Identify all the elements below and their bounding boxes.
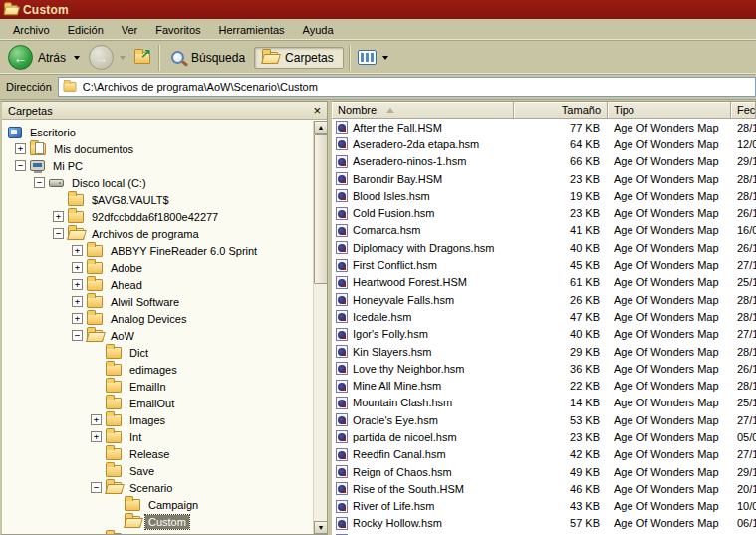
expand-plus-icon[interactable]: +	[15, 143, 26, 154]
tree-scrollbar[interactable]: ▲ ▼	[313, 121, 327, 534]
file-row-diplomacy-with-dragons-hsm[interactable]: Diplomacy with Dragons.hsm40 KBAge Of Wo…	[332, 239, 756, 256]
file-row-love-thy-neighbor-hsm[interactable]: Love thy Neighbor.hsm36 KBAge Of Wonders…	[332, 360, 756, 377]
file-date-cell: 10/0	[731, 500, 756, 512]
forward-button[interactable]: →	[86, 45, 131, 70]
file-row-kin-slayers-hsm[interactable]: Kin Slayers.hsm29 KBAge Of Wonders Map28…	[332, 343, 756, 360]
file-type-cell: Age Of Wonders Map	[608, 294, 731, 306]
forward-icon[interactable]: →	[89, 45, 114, 70]
tree-item-archivos-de-programa[interactable]: −Archivos de programa	[2, 225, 313, 242]
scroll-up-icon[interactable]: ▲	[314, 121, 328, 134]
collapse-minus-icon[interactable]: −	[91, 482, 102, 493]
tree-item-images[interactable]: +Images	[2, 411, 313, 428]
file-row-mountain-clash-hsm[interactable]: Mountain Clash.hsm14 KBAge Of Wonders Ma…	[332, 395, 756, 411]
views-button[interactable]	[355, 50, 394, 65]
tree-item-abbyy-finereader-6-0-sprint[interactable]: +ABBYY FineReader 6.0 Sprint	[2, 242, 313, 259]
file-row-icedale-hsm[interactable]: Icedale.hsm47 KBAge Of Wonders Map28/1	[332, 308, 756, 325]
tree-item-aow[interactable]: −AoW	[2, 327, 313, 344]
forward-dropdown-icon[interactable]	[120, 56, 126, 60]
column-header-tamano[interactable]: Tamaño	[514, 102, 608, 119]
file-row-reign-of-chaos-hsm[interactable]: Reign of Chaos.hsm49 KBAge Of Wonders Ma…	[332, 463, 756, 480]
tree-item-disco-local-c[interactable]: −Disco local (C:)	[2, 174, 313, 191]
close-panel-icon[interactable]: ×	[313, 106, 321, 116]
file-row-barondir-bay-hsm[interactable]: Barondir Bay.HSM23 KBAge Of Wonders Map2…	[332, 170, 756, 187]
tree-item-analog-devices[interactable]: +Analog Devices	[2, 310, 313, 327]
expand-plus-icon[interactable]: +	[72, 296, 83, 307]
tree-item-label: ABBYY FineReader 6.0 Sprint	[108, 244, 260, 258]
expand-plus-icon[interactable]: +	[91, 431, 102, 442]
collapse-minus-icon[interactable]: −	[53, 228, 64, 239]
file-row-oracle-s-eye-hsm[interactable]: Oracle's Eye.hsm53 KBAge Of Wonders Map2…	[332, 411, 756, 428]
expand-plus-icon[interactable]: +	[72, 279, 83, 290]
tree-item-adobe[interactable]: +Adobe	[2, 259, 313, 276]
tree-item-scenario[interactable]: −Scenario	[2, 479, 313, 496]
file-row-heartwood-forest-hsm[interactable]: Heartwood Forest.HSM61 KBAge Of Wonders …	[332, 274, 756, 291]
file-row-river-of-life-hsm[interactable]: River of Life.hsm43 KBAge Of Wonders Map…	[332, 498, 756, 515]
file-size-cell: 57 KB	[514, 517, 608, 529]
column-header-fecha[interactable]: Fech	[731, 102, 756, 119]
tree-item-alwil-software[interactable]: +Alwil Software	[2, 293, 313, 310]
tree-item-edimages[interactable]: edimages	[2, 361, 313, 378]
tree-item-custom[interactable]: Custom	[2, 513, 313, 530]
map-file-icon	[336, 397, 348, 409]
expand-plus-icon[interactable]: +	[91, 414, 102, 425]
expand-plus-icon[interactable]: +	[72, 313, 83, 324]
tree-item-avg8-vault[interactable]: $AVG8.VAULT$	[2, 191, 313, 208]
menu-herramientas[interactable]: Herramientas	[210, 21, 294, 39]
menu-favoritos[interactable]: Favoritos	[146, 21, 209, 39]
tree-item-92dfccbdda6f1800e42277[interactable]: +92dfccbdda6f1800e42277	[2, 208, 313, 225]
expand-plus-icon[interactable]: +	[72, 245, 83, 256]
tree-item-item[interactable]	[2, 530, 313, 534]
file-row-comarca-hsm[interactable]: Comarca.hsm41 KBAge Of Wonders Map16/0	[332, 222, 756, 239]
file-row-first-conflict-hsm[interactable]: First Conflict.hsm45 KBAge Of Wonders Ma…	[332, 256, 756, 273]
back-icon[interactable]: ←	[8, 45, 33, 70]
tree-item-ahead[interactable]: +Ahead	[2, 276, 313, 293]
file-row-aseradero-2da-etapa-hsm[interactable]: Aseradero-2da etapa.hsm64 KBAge Of Wonde…	[332, 135, 756, 152]
tree-item-mi-pc[interactable]: −Mi PC	[2, 157, 313, 174]
back-dropdown-icon[interactable]	[74, 56, 80, 60]
file-row-partida-de-nicoel-hsm[interactable]: partida de nicoel.hsm23 KBAge Of Wonders…	[332, 428, 756, 445]
column-header-nombre[interactable]: Nombre	[332, 102, 514, 119]
collapse-minus-icon[interactable]: −	[34, 177, 45, 188]
tree-item-emailin[interactable]: EmailIn	[2, 378, 313, 395]
folders-button[interactable]: Carpetas	[254, 47, 344, 69]
menu-ver[interactable]: Ver	[113, 21, 147, 39]
file-row-blood-isles-hsm[interactable]: Blood Isles.hsm19 KBAge Of Wonders Map28…	[332, 187, 756, 204]
search-button[interactable]: Búsqueda	[164, 48, 254, 68]
tree-item-escritorio[interactable]: Escritorio	[2, 124, 313, 140]
menu-archivo[interactable]: Archivo	[4, 21, 59, 39]
file-size-cell: 40 KB	[514, 328, 608, 340]
file-row-reedfin-canal-hsm[interactable]: Reedfin Canal.hsm42 KBAge Of Wonders Map…	[332, 446, 756, 463]
tree-item-dict[interactable]: Dict	[2, 344, 313, 361]
collapse-minus-icon[interactable]: −	[15, 160, 26, 171]
expand-plus-icon[interactable]: +	[53, 211, 64, 222]
file-row-after-the-fall-hsm[interactable]: After the Fall.HSM77 KBAge Of Wonders Ma…	[332, 119, 756, 135]
tree-item-release[interactable]: Release	[2, 445, 313, 462]
folder-up-icon[interactable]: ↗	[134, 52, 150, 64]
file-row-aseradero-ninos-1-hsm[interactable]: Aseradero-ninos-1.hsm66 KBAge Of Wonders…	[332, 153, 756, 170]
menu-ayuda[interactable]: Ayuda	[294, 21, 343, 39]
menu-edici-n[interactable]: Edición	[59, 21, 113, 39]
expand-plus-icon[interactable]: +	[72, 262, 83, 273]
address-field[interactable]: C:\Archivos de programa\AoW\Scenario\Cus…	[58, 77, 756, 97]
file-date-cell: 28/1	[731, 173, 756, 185]
tree-item-int[interactable]: +Int	[2, 428, 313, 445]
tree-item-mis-documentos[interactable]: +Mis documentos	[2, 140, 313, 157]
tree-item-save[interactable]: Save	[2, 462, 313, 479]
up-button[interactable]: ↗	[131, 52, 153, 64]
my-documents-icon	[30, 143, 46, 155]
file-row-igor-s-folly-hsm[interactable]: Igor's Folly.hsm40 KBAge Of Wonders Map2…	[332, 326, 756, 343]
back-button[interactable]: ← Atrás	[5, 45, 86, 70]
tree-item-campaign[interactable]: Campaign	[2, 496, 313, 513]
scrollbar-thumb[interactable]	[314, 134, 328, 284]
tree-item-emailout[interactable]: EmailOut	[2, 395, 313, 411]
file-size-cell: 36 KB	[514, 363, 608, 375]
file-row-honeyvale-falls-hsm[interactable]: Honeyvale Falls.hsm26 KBAge Of Wonders M…	[332, 291, 756, 308]
views-dropdown-icon[interactable]	[382, 56, 388, 60]
scroll-down-icon[interactable]: ▼	[314, 521, 328, 534]
file-row-rocky-hollow-hsm[interactable]: Rocky Hollow.hsm57 KBAge Of Wonders Map0…	[332, 515, 756, 532]
file-row-mine-all-mine-hsm[interactable]: Mine All Mine.hsm22 KBAge Of Wonders Map…	[332, 377, 756, 394]
collapse-minus-icon[interactable]: −	[72, 330, 83, 341]
file-row-cold-fusion-hsm[interactable]: Cold Fusion.hsm23 KBAge Of Wonders Map26…	[332, 204, 756, 221]
file-row-rise-of-the-south-hsm[interactable]: Rise of the South.HSM46 KBAge Of Wonders…	[332, 480, 756, 497]
column-header-tipo[interactable]: Tipo	[608, 102, 731, 119]
